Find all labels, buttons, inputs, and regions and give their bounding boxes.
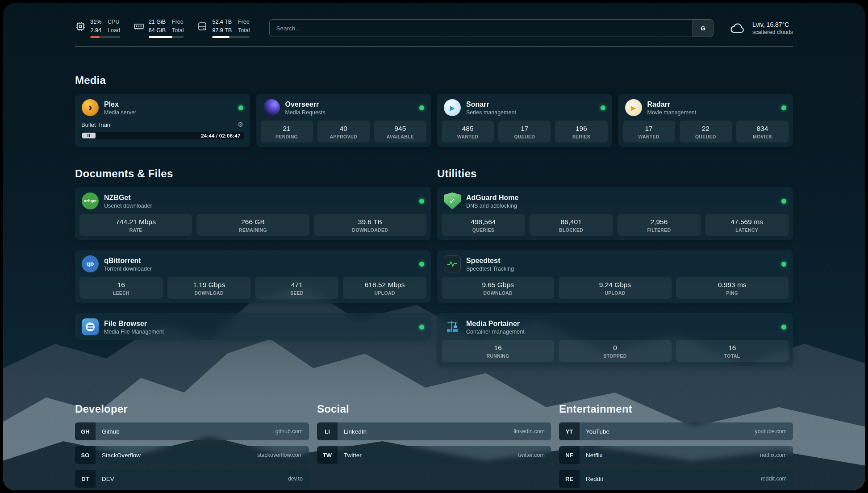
bookmark-name: StackOverflow: [102, 452, 141, 459]
stat-label: RATE: [81, 227, 190, 233]
service-card-portainer[interactable]: Media Portainer Container management 16 …: [437, 313, 793, 366]
bookmark-abbr: DT: [75, 470, 96, 488]
stat-value: 485: [443, 125, 492, 133]
bookmark-group-entertainment: Entertainment YT YouTube youtube.com NF …: [559, 403, 793, 490]
service-card-adguard[interactable]: ✓ AdGuard Home DNS and adblocking 498,56…: [437, 187, 793, 240]
stat-value: 39.6 TB: [316, 218, 425, 226]
filebrowser-icon: [82, 318, 99, 335]
stat-box: 40 APPROVED: [317, 121, 370, 142]
stat-label: DOWNLOAD: [443, 290, 552, 296]
stat-box: 86,401 BLOCKED: [530, 214, 613, 236]
service-name: Radarr: [647, 100, 697, 109]
stat-label: WANTED: [443, 134, 492, 139]
bookmark-twitter[interactable]: TW Twitter twitter.com: [317, 446, 551, 464]
stat-box: 945 AVAILABLE: [374, 121, 426, 142]
bookmark-abbr: YT: [559, 422, 580, 440]
stat-box: 196 SERIES: [555, 121, 607, 142]
bookmark-name: Github: [102, 428, 120, 435]
service-card-nzbget[interactable]: nzbget NZBGet Usenet downloader 744.21 M…: [75, 187, 431, 240]
service-name: Overseerr: [285, 100, 326, 109]
bookmark-netflix[interactable]: NF Netflix netflix.com: [559, 446, 793, 464]
stat-box: 485 WANTED: [442, 121, 494, 142]
stat-value: 9.24 Gbps: [560, 281, 669, 289]
service-card-speedtest[interactable]: Speedtest Speedtest Tracking 9.65 Gbps D…: [437, 250, 793, 303]
disk-total-value: 97.9 TB: [212, 27, 232, 35]
service-card-radarr[interactable]: ▶ Radarr Movie management 17 WANTED: [618, 94, 793, 147]
disk-label-2: Total: [238, 27, 250, 35]
stat-box: 9.24 Gbps UPLOAD: [559, 277, 671, 299]
bookmark-github[interactable]: GH Github github.com: [75, 422, 309, 440]
bookmark-abbr: RE: [559, 470, 580, 488]
service-card-filebrowser[interactable]: File Browser Media File Management: [75, 313, 431, 340]
stat-value: 498,564: [443, 218, 523, 226]
service-name: File Browser: [104, 319, 164, 328]
status-dot: [601, 105, 605, 110]
memory-total-value: 64 GiB: [149, 27, 166, 35]
stat-value: 22: [681, 125, 730, 133]
service-card-sonarr[interactable]: ▶ Sonarr Series management 485 WANTED: [437, 94, 612, 147]
section-title-utilities: Utilities: [437, 167, 793, 180]
section-title-entertainment: Entertainment: [559, 403, 793, 415]
service-card-plex[interactable]: › Plex Media server Bullet Train ⚙: [75, 94, 250, 147]
service-name: Media Portainer: [466, 319, 525, 328]
stat-label: UPLOAD: [345, 290, 425, 296]
bookmark-group-developer: Developer GH Github github.com SO StackO…: [75, 403, 309, 490]
documents-column: Documents & Files nzbget NZBGet Usenet d…: [75, 167, 431, 376]
cpu-widget: 31% CPU 2.94 Load: [75, 18, 120, 38]
cpu-icon: [75, 21, 86, 32]
stat-box: 39.6 TB DOWNLOADED: [314, 214, 426, 236]
status-dot: [419, 262, 424, 267]
stat-box: 834 MOVIES: [736, 121, 789, 142]
stat-label: PENDING: [263, 134, 311, 139]
service-subtitle: Series management: [466, 109, 516, 116]
cpu-label-1: CPU: [108, 18, 120, 26]
stat-box: 9.65 Gbps DOWNLOAD: [442, 277, 554, 299]
bookmark-youtube[interactable]: YT YouTube youtube.com: [559, 422, 793, 440]
service-subtitle: Media Requests: [285, 109, 326, 116]
service-name: Speedtest: [466, 256, 514, 265]
weather-condition: scattered clouds: [752, 29, 793, 35]
bookmark-url: github.com: [275, 428, 303, 435]
stat-value: 21: [263, 125, 311, 133]
stat-box: 22 QUEUED: [680, 121, 732, 142]
stat-value: 47.569 ms: [707, 218, 787, 226]
service-subtitle: Container management: [466, 329, 525, 335]
memory-usage-bar: [149, 36, 184, 38]
bookmark-linkedin[interactable]: LI LinkedIn linkedin.com: [317, 422, 551, 440]
stat-value: 9.65 Gbps: [443, 281, 552, 289]
stat-label: APPROVED: [319, 134, 368, 139]
search-provider-button[interactable]: G: [693, 20, 713, 37]
bookmark-stackoverflow[interactable]: SO StackOverflow stackoverflow.com: [75, 446, 309, 464]
speedtest-icon: [444, 255, 461, 272]
bookmark-abbr: SO: [75, 446, 96, 464]
stat-value: 17: [625, 125, 673, 133]
stat-label: UPLOAD: [560, 290, 669, 296]
stat-label: LATENCY: [707, 227, 787, 233]
snow-specks: [3, 3, 4, 4]
bookmark-reddit[interactable]: RE Reddit reddit.com: [559, 470, 793, 488]
cpu-usage-bar: [90, 36, 120, 38]
service-name: Plex: [104, 100, 136, 109]
section-title-social: Social: [317, 403, 551, 415]
playback-progress-bar[interactable]: 24:44 / 02:06:47: [81, 132, 244, 139]
stat-box: 2,956 FILTERED: [618, 214, 701, 236]
bookmark-url: reddit.com: [761, 476, 787, 482]
bookmark-dev[interactable]: DT DEV dev.to: [75, 470, 309, 488]
header-divider: [75, 46, 793, 46]
stat-label: SERIES: [557, 134, 605, 139]
service-name: Sonarr: [466, 100, 516, 109]
stat-box: 16 TOTAL: [676, 340, 789, 362]
cpu-percent: 31%: [90, 18, 101, 26]
stat-label: LEECH: [81, 290, 161, 296]
stat-label: AVAILABLE: [376, 134, 425, 139]
stat-box: 498,564 QUERIES: [442, 214, 525, 236]
settings-gear-icon[interactable]: ⚙: [238, 121, 243, 129]
service-card-qbittorrent[interactable]: qb qBittorrent Torrent downloader 16 LEE…: [75, 250, 431, 303]
service-card-overseerr[interactable]: Overseerr Media Requests 21 PENDING 40 A…: [256, 94, 431, 147]
search-input[interactable]: [270, 20, 693, 37]
status-dot: [238, 105, 243, 110]
bookmark-name: Reddit: [586, 476, 603, 482]
disk-free-value: 52.4 TB: [212, 18, 232, 26]
stat-value: 2,956: [619, 218, 699, 226]
pause-icon[interactable]: [82, 133, 96, 138]
